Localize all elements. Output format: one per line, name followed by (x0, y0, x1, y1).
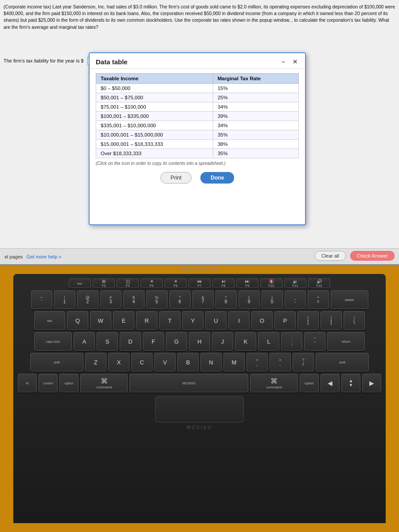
f4-key[interactable]: ◫ F4 (117, 278, 139, 288)
command-icon: ⌘ (101, 377, 108, 385)
d-key[interactable]: D (120, 332, 141, 351)
m-key[interactable]: M (223, 353, 245, 372)
q-key[interactable]: Q (67, 311, 88, 330)
modal-title-bar: Data table − ✕ (90, 53, 305, 69)
9-key[interactable]: ( 9 (239, 290, 260, 309)
quote-key[interactable]: " ' (304, 332, 325, 351)
equals-key[interactable]: + = (308, 290, 329, 309)
a-key[interactable]: A (74, 332, 95, 351)
space-key[interactable]: MOSISO (129, 374, 248, 392)
delete-key[interactable]: delete (331, 290, 368, 309)
l-key[interactable]: L (258, 332, 279, 351)
minus-key[interactable]: _ - (285, 290, 306, 309)
f8-key[interactable]: ⏯ F8 (212, 278, 235, 288)
screen-bottom-bar: xt pages Get more help » Clear all Check… (0, 248, 399, 264)
check-answer-button[interactable]: Check Answer (350, 251, 395, 261)
8-key[interactable]: * 8 (215, 290, 237, 309)
arrow-right-key[interactable]: ▶ (362, 374, 381, 392)
j-key[interactable]: J (212, 332, 233, 351)
r-key[interactable]: R (136, 311, 157, 330)
modal-minimize-button[interactable]: − (279, 58, 287, 66)
6-key[interactable]: ^ 6 (169, 290, 191, 309)
g-key[interactable]: G (166, 332, 187, 351)
table-row: $10,000,001 – $15,000,00035% (96, 130, 299, 140)
p-key[interactable]: P (274, 311, 296, 330)
4-key[interactable]: $ 4 (123, 290, 145, 309)
3-key[interactable]: # 3 (100, 290, 121, 309)
n-key[interactable]: N (200, 353, 222, 372)
1-key[interactable]: ! 1 (54, 290, 75, 309)
qwerty-row: tab Q W E R T Y U I O P { [ } ] | \ (18, 311, 381, 330)
clear-all-button[interactable]: Clear all (315, 251, 346, 261)
e-key[interactable]: E (113, 311, 134, 330)
s-key[interactable]: S (97, 332, 118, 351)
v-key[interactable]: V (154, 353, 176, 372)
b-key[interactable]: B (177, 353, 199, 372)
get-more-help-link[interactable]: Get more help » (27, 254, 62, 259)
option-right-key[interactable]: option (300, 374, 319, 392)
bracket-open-key[interactable]: { [ (297, 311, 319, 330)
command-left-key[interactable]: ⌘ command (80, 374, 128, 392)
slash-key[interactable]: ? / (293, 353, 314, 372)
option-left-key[interactable]: option (59, 374, 78, 392)
y-key[interactable]: Y (182, 311, 203, 330)
keyboard: esc ⊞ F3 ◫ F4 ☀ F5 ☀ F6 ⏮ F7 ⏯ F8 ⏭ F9 (13, 274, 386, 523)
2-key[interactable]: @ 2 (77, 290, 98, 309)
print-button[interactable]: Print (160, 172, 192, 184)
f12-key[interactable]: 🔊 F12 (308, 278, 330, 288)
f3-key[interactable]: ⊞ F3 (93, 278, 115, 288)
question-text: (Corporate income tax) Last year Sanders… (4, 4, 395, 31)
f5-key[interactable]: ☀ F5 (141, 278, 163, 288)
return-key[interactable]: return (327, 332, 365, 351)
f7-key[interactable]: ⏮ F7 (188, 278, 211, 288)
u-key[interactable]: U (205, 311, 227, 330)
caps-lock-key[interactable]: caps lock (34, 332, 72, 351)
period-key[interactable]: > . (270, 353, 291, 372)
done-button[interactable]: Done (200, 172, 234, 184)
esc-key[interactable]: esc (69, 278, 91, 288)
z-key[interactable]: Z (85, 353, 106, 372)
fn-key[interactable]: fn (18, 374, 37, 392)
i-key[interactable]: I (228, 311, 250, 330)
f6-key[interactable]: ☀ F6 (164, 278, 187, 288)
macbook-label: MacBook Air (181, 266, 218, 271)
x-key[interactable]: X (108, 353, 129, 372)
f10-key[interactable]: 🔇 F10 (260, 278, 282, 288)
semicolon-key[interactable]: : ; (281, 332, 302, 351)
modal-body: Taxable Income Marginal Tax Rate $0 – $5… (90, 69, 305, 188)
shift-right-key[interactable]: shift (316, 353, 369, 372)
command-right-key[interactable]: ⌘ command (250, 374, 297, 392)
table-row: $75,001 – $100,00034% (96, 102, 299, 112)
c-key[interactable]: C (131, 353, 153, 372)
t-key[interactable]: T (159, 311, 180, 330)
0-key[interactable]: ) 0 (262, 290, 283, 309)
touchpad[interactable] (155, 396, 244, 422)
f-key[interactable]: F (143, 332, 164, 351)
bracket-close-key[interactable]: } ] (321, 311, 342, 330)
o-key[interactable]: O (251, 311, 273, 330)
f11-key[interactable]: 🔉 F11 (284, 278, 306, 288)
number-row: ~ ` ! 1 @ 2 # 3 $ 4 % 5 ^ 6 & 7 (18, 290, 381, 309)
backslash-key[interactable]: | \ (344, 311, 365, 330)
bottom-row: fn control option ⌘ command MOSISO ⌘ com… (18, 374, 381, 392)
arrow-left-key[interactable]: ◀ (321, 374, 340, 392)
tab-key[interactable]: tab (34, 311, 65, 330)
table-row: $15,000,001 – $18,333,33338% (96, 140, 299, 149)
screen: (Corporate income tax) Last year Sanders… (0, 0, 399, 266)
arrow-updown-key[interactable]: ▲ ▼ (341, 374, 360, 392)
h-key[interactable]: H (189, 332, 210, 351)
control-key[interactable]: control (39, 374, 58, 392)
f9-key[interactable]: ⏭ F9 (236, 278, 258, 288)
w-key[interactable]: W (90, 311, 111, 330)
grave-key[interactable]: ~ ` (31, 290, 52, 309)
modal-title: Data table (96, 58, 128, 66)
k-key[interactable]: K (235, 332, 256, 351)
5-key[interactable]: % 5 (146, 290, 168, 309)
shift-left-key[interactable]: shift (30, 353, 83, 372)
data-table-modal: Data table − ✕ Taxable Income Marginal T… (89, 52, 306, 225)
tax-rate-table: Taxable Income Marginal Tax Rate $0 – $5… (96, 73, 299, 158)
7-key[interactable]: & 7 (192, 290, 214, 309)
comma-key[interactable]: < , (246, 353, 268, 372)
table-row: $100,001 – $335,00039% (96, 112, 299, 121)
modal-close-button[interactable]: ✕ (291, 58, 299, 66)
